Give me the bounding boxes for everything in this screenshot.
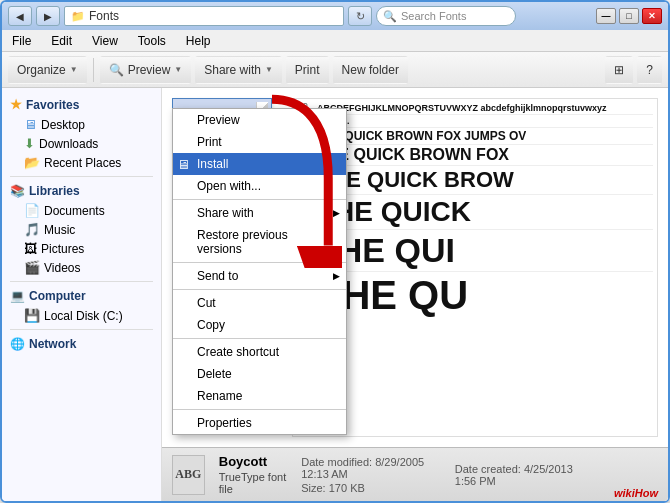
network-header[interactable]: 🌐 Network bbox=[2, 334, 161, 354]
ctx-restore-label: Restore previous versions bbox=[197, 228, 330, 256]
star-icon: ★ bbox=[10, 97, 22, 112]
menu-view[interactable]: View bbox=[88, 32, 122, 50]
music-icon: 🎵 bbox=[24, 222, 40, 237]
ctx-cut-label: Cut bbox=[197, 296, 216, 310]
help-button[interactable]: ? bbox=[637, 56, 662, 84]
sidebar-item-local-disk[interactable]: 💾 Local Disk (C:) bbox=[2, 306, 161, 325]
ctx-install[interactable]: 🖥 Install bbox=[173, 153, 346, 175]
pictures-icon: 🖼 bbox=[24, 241, 37, 256]
sidebar-item-recent-places[interactable]: 📂 Recent Places bbox=[2, 153, 161, 172]
computer-icon: 💻 bbox=[10, 289, 25, 303]
ctx-send-to[interactable]: Send to bbox=[173, 265, 346, 287]
toolbar: Organize ▼ 🔍 Preview ▼ Share with ▼ Prin… bbox=[2, 52, 668, 88]
ctx-copy-label: Copy bbox=[197, 318, 225, 332]
search-box[interactable]: 🔍 Search Fonts bbox=[376, 6, 516, 26]
organize-label: Organize bbox=[17, 63, 66, 77]
share-arrow: ▼ bbox=[265, 65, 273, 74]
views-button[interactable]: ⊞ bbox=[605, 56, 633, 84]
maximize-button[interactable]: □ bbox=[619, 8, 639, 24]
ctx-rename-label: Rename bbox=[197, 389, 242, 403]
menu-edit[interactable]: Edit bbox=[47, 32, 76, 50]
search-icon: 🔍 bbox=[383, 10, 397, 23]
sidebar-item-videos[interactable]: 🎬 Videos bbox=[2, 258, 161, 277]
sidebar-item-downloads[interactable]: ⬇ Downloads bbox=[2, 134, 161, 153]
preview-arrow: ▼ bbox=[174, 65, 182, 74]
search-placeholder: Search Fonts bbox=[401, 10, 466, 22]
ctx-share-with[interactable]: Share with bbox=[173, 202, 346, 224]
file-view: ABG Bo bbox=[162, 88, 668, 447]
preview-text-12: ABCDEFGHIJKLMNOPQRSTUVWXYZ abcdefghijklm… bbox=[317, 103, 607, 113]
sidebar: ★ Favorites 🖥 Desktop ⬇ Downloads 📂 Rece… bbox=[2, 88, 162, 501]
menu-help[interactable]: Help bbox=[182, 32, 215, 50]
documents-label: Documents bbox=[44, 204, 105, 218]
ctx-cut[interactable]: Cut bbox=[173, 292, 346, 314]
address-bar[interactable]: 📁 Fonts bbox=[64, 6, 344, 26]
status-date-created: Date created: 4/25/2013 1:56 PM bbox=[455, 463, 586, 487]
print-button[interactable]: Print bbox=[286, 56, 329, 84]
ctx-open-with-label: Open with... bbox=[197, 179, 261, 193]
title-bar: ◀ ▶ 📁 Fonts ↻ 🔍 Search Fonts — □ ✕ bbox=[2, 2, 668, 30]
context-menu: Preview Print 🖥 Install Open with... bbox=[172, 108, 347, 435]
organize-button[interactable]: Organize ▼ bbox=[8, 56, 87, 84]
sidebar-divider-3 bbox=[10, 329, 153, 330]
network-section: 🌐 Network bbox=[2, 334, 161, 354]
ctx-open-with[interactable]: Open with... bbox=[173, 175, 346, 197]
new-folder-button[interactable]: New folder bbox=[333, 56, 408, 84]
ctx-properties[interactable]: Properties bbox=[173, 412, 346, 434]
ctx-install-label: Install bbox=[197, 157, 228, 171]
new-folder-label: New folder bbox=[342, 63, 399, 77]
preview-line-72: 72 THE QU bbox=[297, 272, 653, 319]
refresh-button[interactable]: ↻ bbox=[348, 6, 372, 26]
install-icon: 🖥 bbox=[177, 157, 193, 172]
share-button[interactable]: Share with ▼ bbox=[195, 56, 282, 84]
sidebar-item-documents[interactable]: 📄 Documents bbox=[2, 201, 161, 220]
sidebar-divider-2 bbox=[10, 281, 153, 282]
ctx-delete[interactable]: Delete bbox=[173, 363, 346, 385]
libraries-section: 📚 Libraries 📄 Documents 🎵 Music 🖼 Pictur… bbox=[2, 181, 161, 277]
recent-places-icon: 📂 bbox=[24, 155, 40, 170]
ctx-create-shortcut[interactable]: Create shortcut bbox=[173, 341, 346, 363]
ctx-copy[interactable]: Copy bbox=[173, 314, 346, 336]
computer-label: Computer bbox=[29, 289, 86, 303]
downloads-icon: ⬇ bbox=[24, 136, 35, 151]
preview-label: Preview bbox=[128, 63, 171, 77]
menu-file[interactable]: File bbox=[8, 32, 35, 50]
sidebar-item-desktop[interactable]: 🖥 Desktop bbox=[2, 115, 161, 134]
preview-line-18: 18 THE QUICK BROWN FOX JUMPS OV bbox=[297, 128, 653, 145]
ctx-print[interactable]: Print bbox=[173, 131, 346, 153]
network-icon: 🌐 bbox=[10, 337, 25, 351]
content-area: ABG Bo bbox=[162, 88, 668, 501]
back-button[interactable]: ◀ bbox=[8, 6, 32, 26]
menu-tools[interactable]: Tools bbox=[134, 32, 170, 50]
ctx-restore-versions[interactable]: Restore previous versions bbox=[173, 224, 346, 260]
title-bar-left: ◀ ▶ 📁 Fonts ↻ 🔍 Search Fonts bbox=[8, 6, 516, 26]
recent-places-label: Recent Places bbox=[44, 156, 121, 170]
minimize-button[interactable]: — bbox=[596, 8, 616, 24]
close-button[interactable]: ✕ bbox=[642, 8, 662, 24]
status-font-thumb: ABG bbox=[172, 455, 205, 495]
computer-header[interactable]: 💻 Computer bbox=[2, 286, 161, 306]
sidebar-divider-1 bbox=[10, 176, 153, 177]
favorites-header[interactable]: ★ Favorites bbox=[2, 94, 161, 115]
forward-button[interactable]: ▶ bbox=[36, 6, 60, 26]
status-bar: ABG Boycott TrueType font file Date modi… bbox=[162, 447, 668, 501]
videos-icon: 🎬 bbox=[24, 260, 40, 275]
preview-line-48: 48 THE QUICK bbox=[297, 195, 653, 230]
videos-label: Videos bbox=[44, 261, 80, 275]
ctx-rename[interactable]: Rename bbox=[173, 385, 346, 407]
organize-arrow: ▼ bbox=[70, 65, 78, 74]
share-label: Share with bbox=[204, 63, 261, 77]
font-tile-area: ABG Bo bbox=[172, 98, 282, 437]
libraries-header[interactable]: 📚 Libraries bbox=[2, 181, 161, 201]
status-info: Boycott TrueType font file bbox=[219, 454, 287, 495]
pictures-label: Pictures bbox=[41, 242, 84, 256]
preview-button[interactable]: 🔍 Preview ▼ bbox=[100, 56, 192, 84]
print-label: Print bbox=[295, 63, 320, 77]
ctx-preview[interactable]: Preview bbox=[173, 109, 346, 131]
ctx-separator-5 bbox=[173, 409, 346, 410]
sidebar-item-pictures[interactable]: 🖼 Pictures bbox=[2, 239, 161, 258]
local-disk-label: Local Disk (C:) bbox=[44, 309, 123, 323]
preview-line-12: 12 ABCDEFGHIJKLMNOPQRSTUVWXYZ abcdefghij… bbox=[297, 101, 653, 115]
sidebar-item-music[interactable]: 🎵 Music bbox=[2, 220, 161, 239]
status-font-name: Boycott bbox=[219, 454, 287, 469]
